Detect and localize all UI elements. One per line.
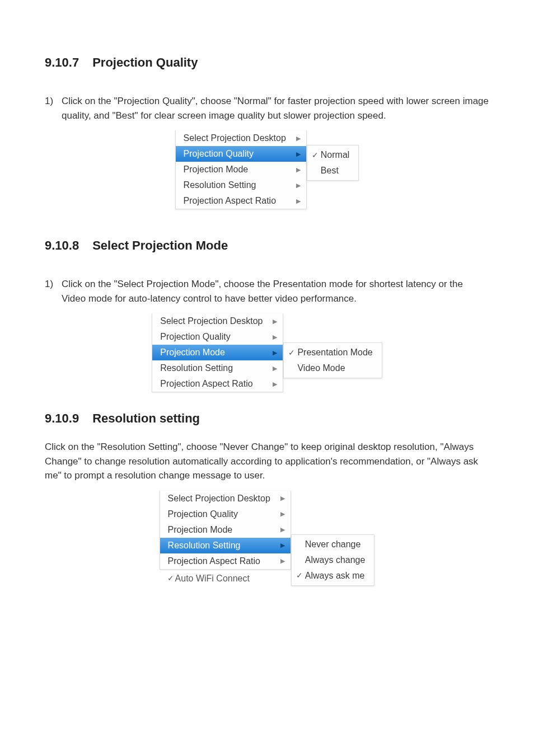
submenu-arrow-icon: ▶ [296,149,301,159]
submenu-item-always-ask[interactable]: ✓ Always ask me [292,568,374,584]
submenu-arrow-icon: ▶ [280,556,285,566]
main-menu: Select Projection Desktop ▶ Projection Q… [152,313,283,392]
menu-item-label: Select Projection Desktop [184,132,286,145]
submenu: ✓ Presentation Mode Video Mode [283,342,382,378]
menu-item-label: Auto WiFi Connect [175,572,250,585]
section-heading: 9.10.9Resolution setting [45,409,489,428]
submenu-arrow-icon: ▶ [273,364,277,373]
menu-item-label: Resolution Setting [184,179,256,192]
section-number: 9.10.9 [45,411,79,425]
submenu-arrow-icon: ▶ [280,525,285,534]
submenu-item-normal[interactable]: ✓ Normal [307,147,359,163]
section-title: Resolution setting [92,411,200,425]
menu-screenshot-2: Select Projection Desktop ▶ Projection Q… [45,313,489,392]
section-heading: 9.10.8Select Projection Mode [45,236,489,255]
menu-item-auto-wifi[interactable]: ✓ Auto WiFi Connect [160,570,291,588]
menu-item-projection-quality[interactable]: Projection Quality ▶ [176,146,306,162]
menu-item-label: Resolution Setting [160,361,233,375]
body-paragraph: Click on the "Resolution Setting", choos… [45,440,489,483]
list-number: 1) [45,277,62,292]
section-number: 9.10.7 [45,55,79,69]
menu-item-label: Select Projection Desktop [168,492,270,505]
main-menu-column: Select Projection Desktop ▶ Projection Q… [160,491,291,588]
submenu-item-label: Always ask me [305,569,365,583]
menu-item-projection-mode[interactable]: Projection Mode ▶ [160,522,291,538]
submenu-item-label: Best [321,164,339,177]
main-menu: Select Projection Desktop ▶ Projection Q… [175,130,307,209]
list-item: 1)Click on the "Select Projection Mode",… [62,277,489,306]
submenu-arrow-icon: ▶ [296,181,301,190]
submenu-item-presentation-mode[interactable]: ✓ Presentation Mode [284,345,381,360]
check-icon: ✓ [167,572,175,584]
menu-item-label: Resolution Setting [168,539,241,552]
menu-item-label: Projection Aspect Ratio [160,377,252,391]
submenu-arrow-icon: ▶ [296,134,301,143]
menu-item-label: Projection Aspect Ratio [168,555,260,568]
section-projection-quality: 9.10.7Projection Quality 1)Click on the … [45,53,489,209]
menu-item-label: Projection Quality [168,508,238,521]
section-title: Select Projection Mode [92,238,228,252]
section-number: 9.10.8 [45,238,79,252]
submenu-arrow-icon: ▶ [273,348,277,358]
menu-item-label: Projection Aspect Ratio [184,194,276,208]
list-number: 1) [45,94,62,109]
menu-item-label: Projection Mode [168,523,233,537]
submenu-arrow-icon: ▶ [273,317,277,326]
submenu-arrow-icon: ▶ [280,509,285,519]
submenu-item-video-mode[interactable]: Video Mode [284,360,381,376]
submenu-item-label: Never change [305,538,361,551]
list-item: 1)Click on the "Projection Quality", cho… [62,94,489,123]
main-menu: Select Projection Desktop ▶ Projection Q… [160,491,291,570]
check-icon: ✓ [312,149,321,161]
submenu-item-label: Presentation Mode [297,346,372,359]
menu-item-select-desktop[interactable]: Select Projection Desktop ▶ [176,130,306,146]
check-icon: ✓ [296,570,305,581]
section-select-projection-mode: 9.10.8Select Projection Mode 1)Click on … [45,236,489,392]
menu-item-projection-quality[interactable]: Projection Quality ▶ [152,329,283,345]
menu-item-label: Select Projection Desktop [160,314,263,328]
menu-item-projection-mode[interactable]: Projection Mode ▶ [176,162,306,177]
menu-item-label: Projection Quality [184,147,254,161]
menu-item-aspect-ratio[interactable]: Projection Aspect Ratio ▶ [176,193,306,209]
submenu-item-best[interactable]: Best [307,163,359,179]
menu-item-projection-mode[interactable]: Projection Mode ▶ [152,345,283,360]
menu-screenshot-3: Select Projection Desktop ▶ Projection Q… [45,491,489,588]
section-title: Projection Quality [92,55,198,69]
menu-screenshot-1: Select Projection Desktop ▶ Projection Q… [45,130,489,209]
menu-item-select-desktop[interactable]: Select Projection Desktop ▶ [152,313,283,329]
menu-item-projection-quality[interactable]: Projection Quality ▶ [160,506,291,522]
submenu-arrow-icon: ▶ [273,332,277,342]
list-text: Click on the "Select Projection Mode", c… [62,279,463,304]
menu-item-select-desktop[interactable]: Select Projection Desktop ▶ [160,491,291,506]
section-heading: 9.10.7Projection Quality [45,53,489,72]
submenu-item-label: Normal [321,148,350,162]
submenu-arrow-icon: ▶ [296,165,301,175]
menu-item-aspect-ratio[interactable]: Projection Aspect Ratio ▶ [160,553,291,569]
section-resolution-setting: 9.10.9Resolution setting Click on the "R… [45,409,489,588]
submenu-arrow-icon: ▶ [280,541,285,550]
menu-item-label: Projection Mode [184,163,249,176]
submenu-item-always-change[interactable]: Always change [292,552,374,568]
submenu-item-label: Always change [305,553,366,567]
submenu-arrow-icon: ▶ [273,379,277,389]
menu-item-label: Projection Mode [160,346,225,359]
menu-item-resolution-setting[interactable]: Resolution Setting ▶ [176,177,306,193]
menu-item-resolution-setting[interactable]: Resolution Setting ▶ [152,360,283,376]
submenu-arrow-icon: ▶ [296,196,301,206]
menu-item-aspect-ratio[interactable]: Projection Aspect Ratio ▶ [152,376,283,392]
menu-item-label: Projection Quality [160,330,230,344]
check-icon: ✓ [288,347,297,359]
submenu: Never change Always change ✓ Always ask … [291,534,375,586]
menu-item-resolution-setting[interactable]: Resolution Setting ▶ [160,538,291,553]
list-text: Click on the "Projection Quality", choos… [62,96,489,121]
submenu-arrow-icon: ▶ [280,494,285,503]
submenu-item-label: Video Mode [297,361,345,375]
submenu-item-never-change[interactable]: Never change [292,537,374,552]
submenu: ✓ Normal Best [307,145,359,181]
